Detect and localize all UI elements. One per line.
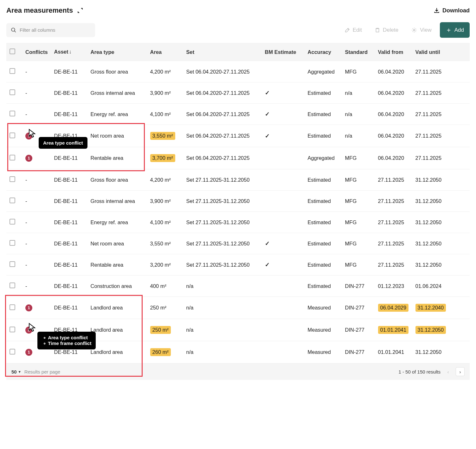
- row-checkbox[interactable]: [10, 155, 15, 160]
- conflict-cell: -: [22, 233, 51, 254]
- row-checkbox[interactable]: [10, 89, 15, 95]
- col-standard[interactable]: Standard: [342, 43, 375, 61]
- valid-until-cell: 31.12.2050: [412, 233, 470, 254]
- asset-cell: DE-BE-11: [51, 169, 87, 191]
- asset-cell: DE-BE-11: [51, 104, 87, 125]
- row-checkbox[interactable]: [10, 68, 15, 74]
- conflict-cell: -: [22, 169, 51, 191]
- conflict-badge[interactable]: 1: [25, 133, 32, 140]
- prev-page-button[interactable]: ‹: [444, 367, 453, 376]
- chevron-down-icon: ▾: [19, 370, 21, 374]
- col-asset[interactable]: Asset↓: [51, 43, 87, 61]
- row-checkbox[interactable]: [10, 240, 15, 246]
- per-page-selector[interactable]: 50 ▾: [11, 369, 21, 374]
- checkmark-icon: ✓: [265, 262, 270, 268]
- table-row[interactable]: -DE-BE-11Energy ref. area4,100 m²Set 06.…: [6, 104, 470, 125]
- col-set[interactable]: Set: [183, 43, 262, 61]
- table-row[interactable]: -DE-BE-11Rentable area3,200 m²Set 27.11.…: [6, 254, 470, 276]
- row-checkbox[interactable]: [10, 133, 15, 138]
- row-checkbox[interactable]: [10, 198, 15, 203]
- results-count: 1 - 50 of 150 results: [398, 369, 441, 374]
- col-conflicts[interactable]: Conflicts: [22, 43, 51, 61]
- table-row[interactable]: -DE-BE-11Construction area400 m²n/aEstim…: [6, 276, 470, 297]
- table-row[interactable]: 2DE-BE-11Landlord area250 m²n/aMeasuredD…: [6, 319, 470, 341]
- area-cell: 3,700 m²: [147, 147, 183, 169]
- col-area[interactable]: Area: [147, 43, 183, 61]
- row-checkbox[interactable]: [10, 304, 15, 310]
- col-valid-from[interactable]: Valid from: [375, 43, 412, 61]
- conflict-cell: -: [22, 254, 51, 276]
- set-cell: Set 06.04.2020-27.11.2025: [183, 125, 262, 147]
- bm-estimate-cell: ✓: [262, 233, 305, 254]
- row-checkbox[interactable]: [10, 176, 15, 182]
- valid-from-cell: 06.04.2020: [375, 82, 412, 104]
- col-valid-until[interactable]: Valid until: [412, 43, 470, 61]
- bm-estimate-cell: [262, 319, 305, 341]
- table-row[interactable]: 1DE-BE-11Net room area3,550 m²Set 06.04.…: [6, 125, 470, 147]
- checkmark-icon: ✓: [265, 111, 270, 117]
- filter-input[interactable]: [20, 27, 91, 33]
- view-button[interactable]: View: [407, 24, 436, 36]
- standard-cell: MFG: [342, 191, 375, 212]
- asset-cell: DE-BE-11: [51, 297, 87, 319]
- checkmark-icon: ✓: [265, 133, 270, 139]
- sort-down-icon: ↓: [69, 49, 72, 55]
- bm-estimate-cell: [262, 191, 305, 212]
- table-row[interactable]: -DE-BE-11Gross internal area3,900 m²Set …: [6, 82, 470, 104]
- table-row[interactable]: -DE-BE-11Net room area3,550 m²Set 27.11.…: [6, 233, 470, 254]
- set-cell: Set 27.11.2025-31.12.2050: [183, 233, 262, 254]
- valid-until-cell: 31.12.2050: [412, 341, 470, 363]
- row-checkbox[interactable]: [10, 349, 15, 355]
- area-cell: 3,550 m²: [147, 233, 183, 254]
- accuracy-cell: Aggregated: [305, 147, 342, 169]
- table-row[interactable]: 1DE-BE-11Landlord area250 m²n/aMeasuredD…: [6, 297, 470, 319]
- conflict-badge[interactable]: 1: [25, 304, 32, 311]
- col-accuracy[interactable]: Accuracy: [305, 43, 342, 61]
- conflict-cell: -: [22, 191, 51, 212]
- area-cell: 260 m²: [147, 341, 183, 363]
- standard-cell: n/a: [342, 125, 375, 147]
- area-cell: 250 m²: [147, 319, 183, 341]
- col-area-type[interactable]: Area type: [87, 43, 147, 61]
- set-cell: Set 27.11.2025-31.12.2050: [183, 169, 262, 191]
- next-page-button[interactable]: ›: [456, 367, 465, 376]
- asset-cell: DE-BE-11: [51, 233, 87, 254]
- standard-cell: n/a: [342, 82, 375, 104]
- standard-cell: DIN-277: [342, 297, 375, 319]
- accuracy-cell: Measured: [305, 297, 342, 319]
- table-row[interactable]: -DE-BE-11Energy ref. area4,100 m²Set 27.…: [6, 212, 470, 233]
- edit-button[interactable]: Edit: [340, 24, 366, 36]
- row-checkbox[interactable]: [10, 327, 15, 332]
- conflict-badge[interactable]: 1: [25, 155, 32, 162]
- conflict-badge[interactable]: 1: [25, 349, 32, 356]
- area-type-cell: Gross floor area: [87, 169, 147, 191]
- filter-box[interactable]: [6, 23, 95, 37]
- valid-until-cell: 27.11.2025: [412, 61, 470, 82]
- col-bm-estimate[interactable]: BM Estimate: [262, 43, 305, 61]
- delete-button[interactable]: Delete: [370, 24, 403, 36]
- row-checkbox[interactable]: [10, 111, 15, 116]
- add-button[interactable]: ＋ Add: [440, 22, 470, 38]
- expand-icon[interactable]: [77, 8, 83, 13]
- table-row[interactable]: -DE-BE-11Gross floor area4,200 m²Set 27.…: [6, 169, 470, 191]
- row-checkbox[interactable]: [10, 283, 15, 288]
- valid-from-cell: 01.12.2023: [375, 276, 412, 297]
- accuracy-cell: Measured: [305, 319, 342, 341]
- accuracy-cell: Estimated: [305, 254, 342, 276]
- table-row[interactable]: -DE-BE-11Gross internal area3,900 m²Set …: [6, 191, 470, 212]
- table-footer: 50 ▾ Results per page 1 - 50 of 150 resu…: [6, 363, 470, 380]
- standard-cell: n/a: [342, 104, 375, 125]
- area-cell: 4,200 m²: [147, 169, 183, 191]
- table-row[interactable]: -DE-BE-11Gross floor area4,200 m²Set 06.…: [6, 61, 470, 82]
- row-checkbox[interactable]: [10, 261, 15, 267]
- conflict-badge[interactable]: 2: [25, 327, 32, 334]
- plus-icon: ＋: [446, 26, 452, 34]
- row-checkbox[interactable]: [10, 219, 15, 224]
- download-button[interactable]: Download: [434, 7, 470, 14]
- table-row[interactable]: 1DE-BE-11Landlord area260 m²n/aMeasuredD…: [6, 341, 470, 363]
- download-label: Download: [442, 7, 470, 14]
- asset-cell: DE-BE-11: [51, 341, 87, 363]
- table-row[interactable]: 1DE-BE-11Rentable area3,700 m²Set 06.04.…: [6, 147, 470, 169]
- select-all-checkbox[interactable]: [10, 49, 15, 54]
- valid-from-cell: 06.04.2020: [375, 104, 412, 125]
